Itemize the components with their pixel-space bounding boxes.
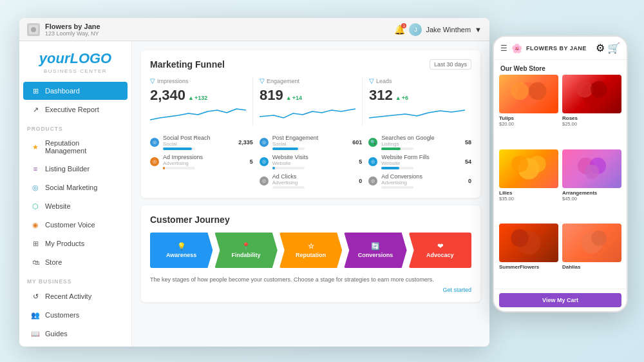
user-name: Jake Winthem	[426, 26, 471, 33]
leads-label: ▽ Leads	[369, 77, 465, 84]
product-image-dahlias	[562, 224, 621, 262]
conversions-label: Conversions	[358, 252, 393, 258]
impressions-change: ▲ +132	[188, 95, 207, 101]
hamburger-icon[interactable]: ☰	[500, 44, 507, 53]
sidebar-item-reputation[interactable]: ★ Reputation Management	[23, 135, 128, 159]
phone-settings-icon[interactable]: ⚙	[596, 42, 605, 54]
sub-metrics: ◎ Social Post Reach Social 2,335 ◎ A	[150, 135, 471, 189]
impressions-label: ▽ Impressions	[150, 77, 246, 84]
sidebar-item-myproducts[interactable]: ⊞ My Products	[23, 234, 128, 252]
product-item-lilies[interactable]: Lilies $35.00	[499, 149, 558, 220]
engagement-label: ▽ Engagement	[260, 77, 355, 84]
marketing-funnel-title: Marketing Funnel	[150, 59, 225, 70]
journey-get-started-link[interactable]: Get started	[150, 287, 471, 293]
product-name-tulips: Tulips	[499, 115, 558, 121]
sidebar-item-social[interactable]: ◎ Social Marketing	[23, 178, 128, 196]
sub-metric-website-visits: ◎ Website Visits Website 5	[260, 154, 363, 169]
browser-favicon	[27, 23, 40, 36]
sidebar-item-recent-activity[interactable]: ↺ Recent Activity	[23, 287, 128, 305]
sidebar-item-files[interactable]: 📄 Files	[23, 343, 128, 347]
sidebar-label-voice: Customer Voice	[45, 221, 95, 229]
advocacy-icon: ❤	[426, 242, 454, 251]
sub-metric-icon-4: ◎	[260, 157, 269, 166]
leads-sparkline	[369, 104, 465, 123]
sub-metric-icon-7: ◎	[368, 157, 377, 166]
journey-funnel: 💡 Awareness 📍 Findability ☆ Repu	[150, 233, 471, 268]
leads-change: ▲ +6	[395, 95, 408, 101]
logo: yourLOGO	[27, 50, 124, 67]
sidebar-label-store: Store	[45, 258, 62, 266]
product-item-dahlias[interactable]: Dahlias	[562, 224, 621, 289]
sidebar-label-reputation: Reputation Management	[45, 139, 120, 155]
sidebar-item-listing[interactable]: ≡ Listing Builder	[23, 160, 128, 178]
user-dropdown-arrow[interactable]: ▼	[475, 26, 482, 33]
advocacy-label: Advocacy	[426, 252, 454, 258]
product-item-arrangements[interactable]: Arrangements $45.00	[562, 149, 621, 220]
sidebar-item-customers[interactable]: 👥 Customers	[23, 306, 128, 324]
product-item-summer[interactable]: SummerFlowers	[499, 224, 558, 289]
product-price-roses: $25.00	[562, 121, 621, 127]
sub-metric-icon-8: ◎	[368, 176, 377, 186]
phone-business-name: FLOWERS BY JANE	[526, 45, 592, 52]
recent-activity-icon: ↺	[31, 292, 40, 301]
reputation-stage-icon: ☆	[296, 242, 326, 251]
sidebar-item-dashboard[interactable]: ⊞ Dashboard	[23, 82, 128, 100]
sub-metric-icon-2: ◎	[150, 157, 159, 166]
sub-metric-icon-3: ◎	[260, 138, 269, 147]
sidebar-item-executive-report[interactable]: ↗ Executive Report	[23, 100, 128, 119]
reputation-label: Reputation	[296, 252, 326, 258]
findability-label: Findability	[232, 252, 261, 258]
journey-description: The key stages of how people become your…	[150, 276, 471, 284]
svg-point-13	[585, 164, 599, 178]
stage-awareness[interactable]: 💡 Awareness	[150, 233, 213, 268]
stage-conversions[interactable]: 🔄 Conversions	[344, 233, 406, 268]
product-image-summer	[499, 224, 558, 262]
product-name-dahlias: Dahlias	[562, 264, 621, 270]
logo-your: your	[39, 50, 70, 66]
social-icon: ◎	[31, 183, 40, 192]
sidebar-item-voice[interactable]: ◉ Customer Voice	[23, 216, 128, 234]
svg-point-3	[511, 82, 529, 100]
stage-advocacy[interactable]: ❤ Advocacy	[409, 233, 471, 268]
view-cart-button[interactable]: View My Cart	[499, 293, 621, 307]
dashboard-icon: ⊞	[31, 86, 40, 95]
stage-reputation[interactable]: ☆ Reputation	[279, 233, 342, 268]
product-item-roses[interactable]: Roses $25.00	[562, 75, 621, 146]
impressions-sparkline	[150, 104, 246, 123]
sub-metric-post-engagement: ◎ Post Engagement Social 601	[260, 135, 363, 150]
website-icon: ⬡	[31, 202, 40, 211]
journey-card-header: Customer Journey	[150, 214, 471, 225]
sub-metric-ad-clicks: ◎ Ad Clicks Advertising 0	[260, 173, 363, 189]
executive-report-icon: ↗	[31, 105, 40, 114]
sub-metric-col-1: ◎ Social Post Reach Social 2,335 ◎ A	[150, 135, 253, 189]
notification-badge[interactable]: 🔔 1	[394, 24, 405, 35]
sub-metric-website-forms: ◎ Website Form Fills Website 54	[368, 154, 471, 169]
browser-toolbar: Flowers by Jane 123 Loomly Way, NY 🔔 1 J…	[19, 18, 489, 41]
product-price-arrangements: $45.00	[562, 196, 621, 202]
sidebar-item-store[interactable]: 🛍 Store	[23, 253, 128, 271]
guides-icon: 📖	[31, 329, 40, 338]
sub-metric-icon-5: ◎	[260, 176, 269, 186]
metric-leads: ▽ Leads 312 ▲ +6	[363, 77, 471, 126]
sub-metric-icon-1: ◎	[150, 138, 159, 147]
sidebar: yourLOGO BUSINESS CENTER ⊞ Dashboard ↗ E…	[19, 41, 132, 347]
product-name-roses: Roses	[562, 115, 621, 121]
product-name-summer: SummerFlowers	[499, 264, 558, 270]
sidebar-label-customers: Customers	[45, 311, 79, 319]
phone-header-icons: ⚙ 🛒	[596, 42, 620, 54]
svg-point-10	[529, 155, 546, 172]
journey-title: Customer Journey	[150, 214, 230, 225]
main-content: Marketing Funnel Last 30 days ▽ Impressi…	[132, 41, 489, 347]
funnel-metrics: ▽ Impressions 2,340 ▲ +132 ▽	[150, 77, 471, 126]
sidebar-item-guides[interactable]: 📖 Guides	[23, 325, 128, 343]
product-item-tulips[interactable]: Tulips $20.00	[499, 75, 558, 146]
stage-findability[interactable]: 📍 Findability	[214, 233, 277, 268]
sub-metric-icon-6: 🔍	[368, 138, 377, 147]
section-label-products: PRODUCTS	[19, 119, 131, 135]
phone-cart-icon[interactable]: 🛒	[607, 42, 620, 54]
impressions-value: 2,340 ▲ +132	[150, 87, 246, 104]
sidebar-label-social: Social Marketing	[45, 184, 97, 191]
funnel-icon-3: ▽	[369, 77, 374, 84]
date-badge[interactable]: Last 30 days	[430, 59, 471, 70]
sidebar-item-website[interactable]: ⬡ Website	[23, 197, 128, 215]
